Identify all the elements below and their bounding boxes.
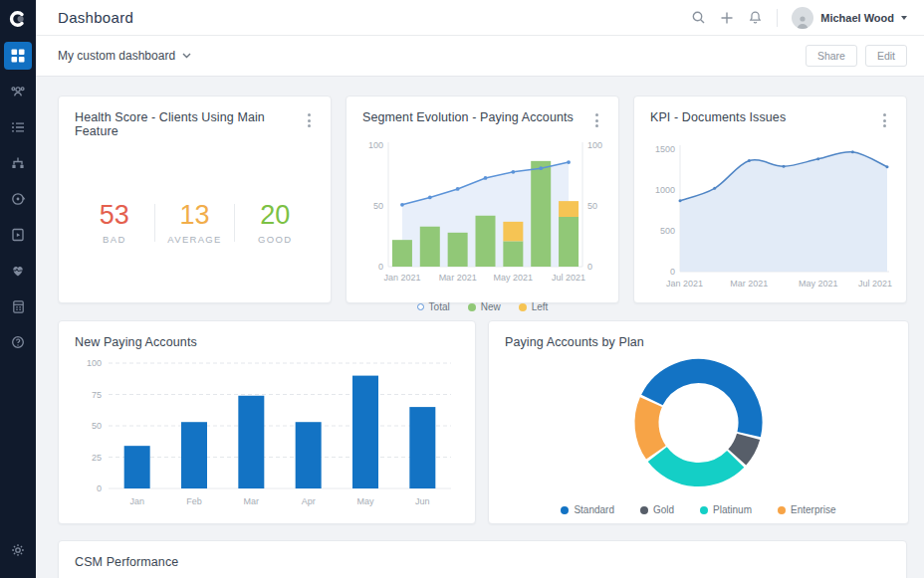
app-root: Dashboard — [0, 0, 924, 578]
calculator-icon — [11, 299, 26, 314]
bell-icon — [748, 10, 763, 25]
dashboard-grid-icon — [11, 49, 25, 63]
paying-accounts-by-plan-legend: StandardGoldPlatinumEnterprise — [505, 504, 892, 515]
svg-text:75: 75 — [92, 390, 102, 400]
edit-button[interactable]: Edit — [865, 45, 907, 67]
sidebar-item-calculator[interactable] — [0, 289, 36, 324]
new-paying-accounts-chart: 0255075100JanFebMarAprMayJun — [75, 357, 459, 520]
metric-good: 20 GOOD — [235, 200, 315, 245]
playbook-icon — [10, 227, 26, 243]
notifications-button[interactable] — [748, 10, 763, 25]
sidebar-item-playbooks[interactable] — [0, 217, 36, 253]
svg-text:0: 0 — [670, 267, 675, 277]
svg-text:100: 100 — [368, 140, 383, 150]
sidebar-item-help[interactable] — [0, 324, 36, 360]
avatar — [792, 7, 813, 29]
sidebar-item-lifecycle[interactable] — [0, 181, 36, 217]
top-header: Dashboard — [36, 0, 924, 36]
legend-item[interactable]: Platinum — [700, 504, 752, 515]
legend-label: Left — [532, 301, 549, 312]
brand-logo-icon — [8, 9, 28, 29]
legend-label: Platinum — [713, 504, 752, 515]
share-button[interactable]: Share — [806, 45, 857, 67]
legend-label: Total — [429, 301, 450, 312]
svg-text:Jan 2021: Jan 2021 — [666, 279, 703, 289]
legend-item[interactable]: New — [468, 301, 501, 312]
legend-dot — [519, 303, 527, 311]
header-actions: Michael Wood — [691, 7, 907, 29]
help-icon — [10, 334, 26, 350]
card-menu-button[interactable] — [591, 111, 602, 129]
svg-text:Jan: Jan — [129, 496, 144, 506]
search-button[interactable] — [691, 10, 706, 25]
dashboard-toolbar: My custom dashboard Share Edit — [36, 36, 924, 77]
svg-text:Jun: Jun — [415, 496, 430, 506]
svg-text:100: 100 — [87, 358, 102, 368]
card-title: KPI - Documents Issues — [650, 110, 786, 124]
sidebar-item-health[interactable] — [0, 253, 36, 289]
svg-text:Feb: Feb — [186, 496, 202, 506]
metric-value: 20 — [235, 200, 315, 231]
main-area: Dashboard — [36, 0, 924, 578]
legend-item[interactable]: Standard — [561, 504, 614, 515]
legend-item[interactable]: Total — [417, 301, 450, 312]
dashboard-selector-label: My custom dashboard — [58, 49, 175, 63]
metric-label: BAD — [75, 234, 154, 245]
legend-dot — [417, 303, 424, 310]
svg-text:100: 100 — [587, 140, 602, 150]
card-kpi-documents: KPI - Documents Issues 050010001500Jan 2… — [633, 96, 907, 303]
metric-bad: 53 BAD — [75, 200, 154, 245]
svg-text:0: 0 — [587, 262, 592, 272]
user-menu[interactable]: Michael Wood — [792, 7, 907, 29]
metric-value: 13 — [155, 200, 235, 231]
svg-text:25: 25 — [92, 453, 102, 463]
page-title: Dashboard — [58, 9, 133, 26]
legend-dot — [700, 506, 708, 514]
card-title: Health Score - Clients Using Main Featur… — [75, 110, 304, 138]
svg-text:50: 50 — [587, 201, 597, 211]
legend-item[interactable]: Gold — [640, 504, 674, 515]
legend-dot — [778, 506, 786, 514]
legend-dot — [468, 303, 476, 311]
card-csm-performance: CSM Performance — [58, 540, 907, 578]
gear-icon — [10, 542, 26, 558]
card-paying-accounts-by-plan: Paying Accounts by Plan StandardGoldPlat… — [488, 320, 909, 524]
svg-text:Apr: Apr — [302, 496, 316, 506]
plus-icon — [720, 11, 734, 25]
dashboard-selector[interactable]: My custom dashboard — [58, 49, 191, 63]
sidebar-item-workflows[interactable] — [0, 145, 36, 181]
legend-label: Standard — [574, 504, 614, 515]
sidebar-item-dashboard[interactable] — [4, 42, 32, 70]
legend-dot — [640, 506, 648, 514]
cards-row-2: New Paying Accounts 0255075100JanFebMarA… — [58, 320, 907, 524]
svg-text:0: 0 — [378, 262, 383, 272]
legend-item[interactable]: Enterprise — [778, 504, 836, 515]
legend-label: Enterprise — [791, 504, 836, 515]
svg-text:1000: 1000 — [655, 185, 675, 195]
legend-label: New — [481, 301, 501, 312]
metric-label: GOOD — [235, 234, 315, 245]
legend-item[interactable]: Left — [519, 301, 549, 312]
card-menu-button[interactable] — [879, 111, 890, 129]
sitemap-icon — [10, 155, 26, 171]
checklist-icon — [10, 119, 26, 135]
sidebar-item-customers[interactable] — [0, 74, 36, 109]
sidebar-item-tasks[interactable] — [0, 109, 36, 145]
svg-text:0: 0 — [97, 483, 102, 493]
cards-row-3: CSM Performance — [58, 540, 907, 578]
add-button[interactable] — [720, 11, 734, 25]
card-menu-button[interactable] — [304, 111, 315, 129]
card-segment-evolution: Segment Evolution - Paying Accounts 0050… — [346, 96, 619, 303]
card-title: CSM Performance — [75, 555, 178, 569]
search-icon — [691, 10, 706, 25]
kpi-documents-chart: 050010001500Jan 2021Mar 2021May 2021Jul … — [650, 137, 890, 304]
svg-text:Jan 2021: Jan 2021 — [383, 273, 420, 283]
brand-logo[interactable] — [0, 0, 36, 38]
metric-label: AVERAGE — [155, 234, 235, 245]
svg-text:1500: 1500 — [655, 144, 675, 154]
segment-evolution-chart: 005050100100Jan 2021Mar 2021May 2021Jul … — [362, 137, 602, 298]
sidebar-nav — [0, 38, 36, 360]
heart-pulse-icon — [10, 263, 26, 279]
lifecycle-icon — [10, 191, 26, 207]
sidebar-item-settings[interactable] — [0, 532, 36, 568]
